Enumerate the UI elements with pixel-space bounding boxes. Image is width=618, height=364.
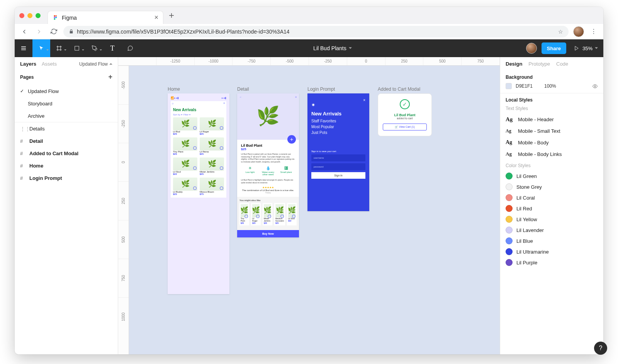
- code-tab[interactable]: Code: [556, 61, 568, 67]
- status-bar: 📶▸◂▮: [171, 97, 179, 100]
- present-button[interactable]: [571, 39, 582, 57]
- add-page-button[interactable]: +: [108, 73, 112, 81]
- user-avatar[interactable]: [526, 43, 537, 54]
- zoom-control[interactable]: 35%: [582, 46, 598, 51]
- svg-point-6: [594, 85, 596, 87]
- page-item[interactable]: Updated Flow: [15, 85, 118, 97]
- login-link: Just Pots: [311, 130, 365, 135]
- product-card: Lil Bud$25: [173, 117, 197, 135]
- frame-label-modal[interactable]: Added to Cart Modal: [378, 86, 420, 92]
- username-field: username: [311, 154, 365, 161]
- layer-item[interactable]: #Added to Cart Modal: [15, 147, 118, 159]
- signin-label: Sign in to save your cart: [311, 150, 365, 152]
- close-icon: ×: [311, 98, 365, 102]
- new-tab-button[interactable]: +: [169, 10, 174, 21]
- page-item[interactable]: Storyboard: [15, 97, 118, 110]
- color-style-item[interactable]: Lil Purple: [506, 257, 598, 268]
- layers-tab[interactable]: Layers: [20, 61, 36, 67]
- text-style-item[interactable]: AgMobile - Small Text: [506, 125, 598, 137]
- frame-detail[interactable]: ←≡+ Lil Bud Plant $25 Lil Bud Plant is p…: [237, 93, 299, 237]
- browser-tab-bar: Figma × +: [15, 7, 603, 24]
- frame-home[interactable]: 📶▸◂▮▸◂▮ ⌕ ≡ New Arrivals Sort by ▾ Filte…: [168, 93, 229, 294]
- forward-button[interactable]: [34, 27, 44, 37]
- design-canvas[interactable]: -1250-1000-750-500-2500250500750 -500-25…: [118, 57, 500, 354]
- reload-button[interactable]: [49, 27, 59, 37]
- frame-added-to-cart-modal[interactable]: ✓ Lil Bud Plant added to cart 🛒 View Car…: [378, 93, 432, 136]
- page-item[interactable]: Archive: [15, 110, 118, 122]
- figma-icon: [53, 15, 59, 21]
- main-menu-button[interactable]: [15, 39, 32, 57]
- product-description: Lil Bud Plant is paired with our Eore Pl…: [241, 153, 295, 163]
- layer-item[interactable]: #Home: [15, 159, 118, 172]
- color-style-item[interactable]: Lil Coral: [506, 192, 598, 203]
- color-style-item[interactable]: Lil Green: [506, 171, 598, 181]
- design-tab[interactable]: Design: [506, 61, 522, 67]
- frame-login-prompt[interactable]: × ✷ New Arrivals Staff Favorites Most Po…: [307, 93, 369, 211]
- close-tab-icon[interactable]: ×: [154, 14, 158, 22]
- related-card: Tiny Plant$25: [239, 203, 249, 225]
- review-intro: Lil Bud Plant is highlight-rated amongst…: [241, 179, 295, 184]
- assets-tab[interactable]: Assets: [42, 61, 57, 67]
- text-style-item[interactable]: AgMobile - Body Links: [506, 148, 598, 160]
- help-button[interactable]: ?: [594, 342, 607, 355]
- minimize-window-button[interactable]: [27, 13, 32, 18]
- svg-rect-5: [75, 46, 79, 51]
- frame-tool[interactable]: [50, 39, 68, 57]
- color-style-item[interactable]: Lil Red: [506, 203, 598, 214]
- login-link: Most Popular: [311, 125, 365, 129]
- page-selector[interactable]: Updated Flow: [79, 61, 112, 67]
- visibility-icon[interactable]: [592, 83, 598, 89]
- document-title[interactable]: Lil Bud Plants: [139, 45, 526, 51]
- product-price: $25: [241, 147, 295, 151]
- maximize-window-button[interactable]: [36, 13, 41, 18]
- frame-icon: #: [20, 163, 25, 169]
- text-style-item[interactable]: AgMobile - Header: [506, 113, 598, 125]
- product-card: Mister Jenkins$25: [200, 157, 224, 175]
- view-cart-button: 🛒 View Cart (1): [383, 124, 427, 130]
- background-hex[interactable]: D9E1F1: [516, 83, 533, 89]
- frame-label-login[interactable]: Login Prompt: [307, 86, 335, 92]
- close-window-button[interactable]: [19, 13, 24, 18]
- move-tool[interactable]: [32, 39, 50, 57]
- layer-item[interactable]: ⋮⋮Details: [15, 122, 118, 135]
- color-style-item[interactable]: Lil Lavender: [506, 225, 598, 235]
- share-button[interactable]: Share: [542, 42, 566, 54]
- color-style-item[interactable]: Lil Yellow: [506, 214, 598, 225]
- back-button[interactable]: [19, 27, 29, 37]
- color-style-item[interactable]: Stone Grey: [506, 181, 598, 192]
- text-styles-header: Text Styles: [506, 106, 598, 111]
- figma-toolbar: T Lil Bud Plants Share 35%: [15, 39, 603, 57]
- pen-tool[interactable]: [86, 39, 104, 57]
- frame-label-home[interactable]: Home: [168, 86, 180, 92]
- layer-item[interactable]: #Login Prompt: [15, 172, 118, 184]
- vertical-ruler: -500-25002505007501000: [118, 66, 129, 354]
- new-arrivals-header: New Arrivals: [173, 108, 224, 112]
- lock-icon: [69, 29, 74, 34]
- rating-stars: ★★★★★: [241, 186, 295, 189]
- url-text: https://www.figma.com/file/x5VB1P3fOt4E5…: [77, 29, 290, 35]
- frame-label-detail[interactable]: Detail: [237, 86, 249, 92]
- layer-item[interactable]: #Detail: [15, 135, 118, 147]
- background-swatch[interactable]: [506, 83, 512, 89]
- text-style-item[interactable]: AgMobile - Body: [506, 137, 598, 148]
- browser-tab[interactable]: Figma ×: [48, 11, 163, 24]
- profile-avatar[interactable]: [573, 26, 584, 37]
- product-card: Lil Reina$25: [200, 137, 224, 155]
- color-styles-header: Color Styles: [506, 163, 598, 168]
- comment-tool[interactable]: [121, 39, 139, 57]
- bookmark-icon[interactable]: ☆: [558, 29, 563, 35]
- shape-tool[interactable]: [68, 39, 86, 57]
- browser-menu-icon[interactable]: ⋮: [589, 27, 599, 37]
- modal-title: Lil Bud Plant: [383, 113, 427, 117]
- background-opacity[interactable]: 100%: [544, 83, 556, 89]
- address-bar[interactable]: https://www.figma.com/file/x5VB1P3fOt4E5…: [63, 26, 569, 37]
- prototype-tab[interactable]: Prototype: [528, 61, 550, 67]
- svg-rect-4: [54, 18, 55, 20]
- color-style-item[interactable]: Lil Blue: [506, 235, 598, 246]
- text-tool[interactable]: T: [104, 39, 121, 57]
- related-card: Lil Stud$22: [287, 203, 297, 225]
- color-style-item[interactable]: Lil Ultramarine: [506, 246, 598, 257]
- chevron-down-icon: [109, 63, 112, 66]
- chevron-down-icon: [595, 47, 598, 50]
- related-card: Medium Succulent$25: [274, 203, 285, 225]
